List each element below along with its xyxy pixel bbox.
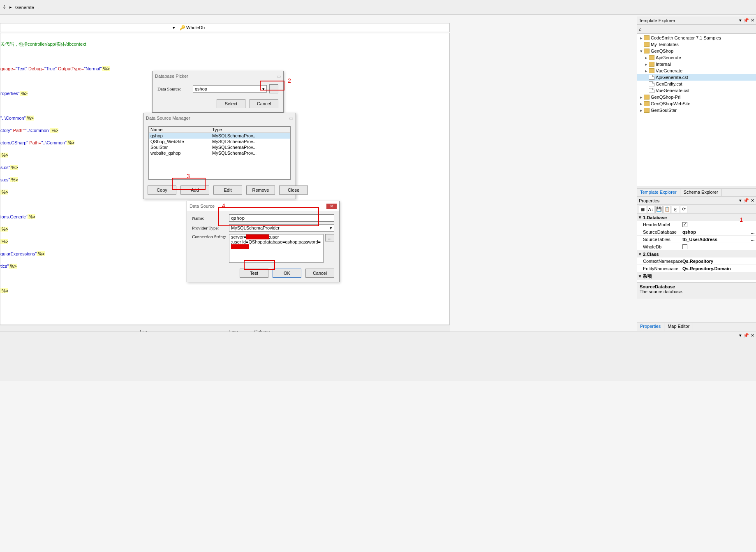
tab-properties[interactable]: Properties	[637, 323, 664, 331]
connstring-input[interactable]: server=xxxxxxxxxx;user;user id=QShop;dat…	[229, 234, 324, 263]
close-icon[interactable]: ✕	[751, 198, 754, 203]
reset-icon[interactable]: ⟳	[680, 206, 687, 213]
breadcrumb-end: .	[37, 5, 39, 10]
tree-item[interactable]: ApiGenerate.cst	[637, 74, 756, 81]
tree-item[interactable]: ▸VueGenerate	[637, 67, 756, 74]
download-icon[interactable]: ⇩	[2, 5, 6, 10]
data-source-value: qshop	[195, 86, 207, 91]
expand-icon[interactable]: ▸	[639, 101, 644, 107]
data-source-row[interactable]: SoulStarMySQLSchemaProv...	[149, 144, 290, 150]
close-icon[interactable]: ✕	[751, 333, 754, 338]
close-icon[interactable]: ▭	[277, 74, 281, 79]
key-icon: 🔑	[180, 25, 185, 30]
checkbox[interactable]: ✓	[682, 222, 687, 227]
close-button[interactable]: Close	[279, 186, 308, 195]
scope-combo[interactable]: ▾	[0, 23, 177, 32]
property-category[interactable]: ▿2.Class	[637, 250, 756, 257]
property-category[interactable]: ▿杂项	[637, 272, 756, 280]
tab-map-editor[interactable]: Map Editor	[664, 323, 693, 331]
col-type: Type	[210, 127, 290, 132]
expand-icon[interactable]: ▸	[639, 108, 644, 113]
collapse-icon[interactable]: ▿	[639, 251, 641, 257]
chevron-down-icon: ▾	[173, 25, 175, 30]
save-icon[interactable]: 💾	[655, 206, 663, 213]
paste-icon[interactable]: 📋	[664, 206, 671, 213]
ellipsis-button[interactable]: ...	[749, 230, 756, 234]
tree-label: CodeSmith Generator 7.1 Samples	[651, 35, 721, 40]
tree-item[interactable]: ▸GenQShopWebSite	[637, 100, 756, 107]
member-dropdown[interactable]: 🔑 WholeDb	[177, 23, 449, 32]
tree-item[interactable]: VueGenerate.cst	[637, 87, 756, 94]
data-source-row[interactable]: QShop_WebSiteMySQLSchemaProv...	[149, 139, 290, 144]
expand-icon[interactable]: ▸	[639, 35, 644, 41]
add-button[interactable]: Add	[180, 186, 209, 195]
home-icon[interactable]: ⌂	[639, 27, 642, 32]
cancel-button[interactable]: Cancel	[305, 269, 334, 278]
data-source-combo[interactable]: qshop ▾	[193, 85, 267, 93]
pin-icon[interactable]: 📌	[743, 18, 749, 23]
alpha-sort-icon[interactable]: A↓	[647, 206, 654, 213]
template-tree[interactable]: ▸CodeSmith Generator 7.1 SamplesMy Templ…	[637, 34, 756, 186]
provider-combo[interactable]: MySQLSchemaProvider ▾	[229, 224, 334, 232]
property-grid[interactable]: ▿1.DatabaseHeaderModel✓SourceDatabaseqsh…	[637, 214, 756, 288]
edit-button[interactable]: Edit	[213, 186, 242, 195]
property-row[interactable]: SourceDatabaseqshop...	[637, 228, 756, 236]
remove-button[interactable]: Remove	[246, 186, 275, 195]
pin-icon[interactable]: 📌	[743, 333, 749, 338]
tree-item[interactable]: ▸GenSoulStar	[637, 107, 756, 114]
data-source-list[interactable]: NameType qshopMySQLSchemaProv...QShop_We…	[148, 126, 291, 180]
panel-title: Properties	[639, 198, 659, 203]
select-button[interactable]: Select	[217, 99, 245, 108]
property-row[interactable]: HeaderModel✓	[637, 221, 756, 228]
chevron-down-icon: ▾	[262, 86, 265, 92]
expand-icon[interactable]: ▸	[644, 68, 649, 74]
collapse-icon[interactable]: ▿	[639, 274, 641, 279]
categorize-icon[interactable]: ▦	[639, 206, 646, 213]
expand-icon[interactable]: ▸	[644, 55, 649, 60]
property-row[interactable]: SourceTablestb_UserAddress...	[637, 236, 756, 243]
ok-button[interactable]: OK	[273, 269, 301, 278]
bottom-tabs: Properties Map Editor	[637, 322, 756, 331]
property-row[interactable]: ContextNamespaceQs.Repository	[637, 257, 756, 265]
tree-item[interactable]: ▸Internal	[637, 61, 756, 67]
expand-icon[interactable]: ▸	[644, 62, 649, 67]
folder-icon	[644, 42, 650, 47]
pin-icon[interactable]: 📌	[743, 198, 749, 203]
property-row[interactable]: EntityNamespaceQs.Repository.Domain	[637, 265, 756, 272]
copy-button[interactable]: Copy	[148, 186, 176, 195]
build-button[interactable]: ...	[325, 234, 334, 241]
tab-template-explorer[interactable]: Template Explorer	[637, 189, 680, 196]
tree-item[interactable]: ▸CodeSmith Generator 7.1 Samples	[637, 35, 756, 41]
folder-icon	[644, 49, 650, 53]
expand-icon[interactable]: ▾	[639, 49, 644, 54]
copy-icon[interactable]: ⎘	[672, 206, 679, 213]
property-row[interactable]: WholeDb	[637, 243, 756, 250]
ellipsis-button[interactable]: ...	[749, 237, 756, 242]
dropdown-icon[interactable]: ▾	[739, 18, 742, 23]
tree-item[interactable]: ▸GenQShop-Pri	[637, 94, 756, 100]
dropdown-icon[interactable]: ▾	[739, 198, 742, 203]
cancel-button[interactable]: Cancel	[250, 99, 278, 108]
test-button[interactable]: Test	[240, 269, 268, 278]
expand-icon[interactable]: ▸	[639, 95, 644, 100]
close-icon[interactable]: ✕	[751, 18, 754, 23]
data-source-row[interactable]: qshopMySQLSchemaProv...	[149, 133, 290, 139]
close-icon[interactable]: ▭	[289, 116, 293, 121]
tree-item[interactable]: ▾GenQShop	[637, 48, 756, 54]
col-name: Name	[149, 127, 210, 132]
property-key: HeaderModel	[637, 222, 682, 227]
tree-item[interactable]: ▸ApiGenerate	[637, 54, 756, 61]
tree-item[interactable]: My Templates	[637, 41, 756, 48]
breadcrumb-generate[interactable]: Generate	[15, 5, 34, 10]
tab-schema-explorer[interactable]: Schema Explorer	[680, 189, 722, 196]
name-input[interactable]	[229, 214, 334, 222]
tree-item[interactable]: GenEntity.cst	[637, 81, 756, 87]
property-category[interactable]: ▿1.Database	[637, 214, 756, 221]
data-source-row[interactable]: website_qshopMySQLSchemaProv...	[149, 150, 290, 156]
close-icon[interactable]: ✕	[326, 204, 337, 209]
collapse-icon[interactable]: ▿	[639, 215, 641, 220]
dropdown-icon[interactable]: ▾	[739, 333, 742, 338]
browse-button[interactable]: ...	[269, 84, 278, 93]
tree-label: GenQShopWebSite	[651, 101, 690, 106]
checkbox[interactable]	[682, 244, 687, 249]
